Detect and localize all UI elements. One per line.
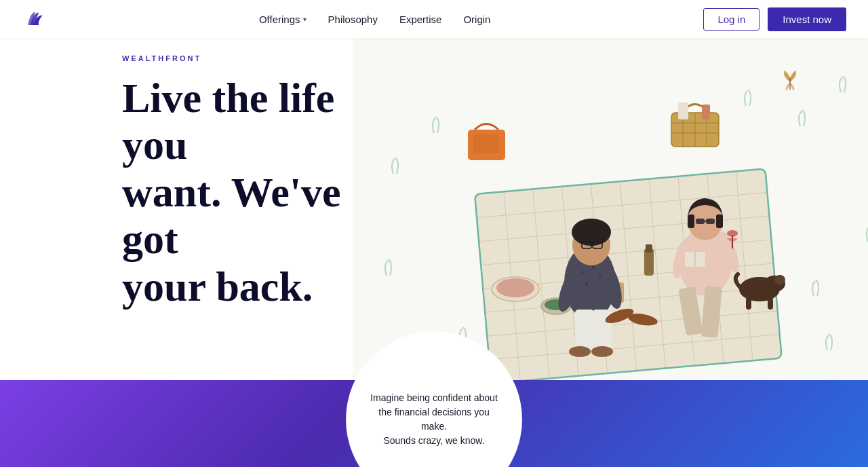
svg-rect-74 [473,134,499,153]
logo[interactable] [22,7,46,31]
hero-heading: Live the life you want. We've got your b… [122,75,407,310]
hero-content: WEALTHFRONT Live the life you want. We'v… [122,54,407,310]
svg-rect-63 [746,297,751,310]
navbar: Offerings ▾ Philosophy Expertise Origin … [0,0,868,38]
nav-actions: Log in Invest now [703,7,846,31]
nav-expertise[interactable]: Expertise [399,14,442,25]
svg-point-43 [569,346,591,357]
svg-point-62 [774,275,785,284]
svg-point-30 [582,271,585,274]
svg-rect-71 [678,102,688,119]
svg-rect-72 [702,105,710,119]
svg-point-32 [599,276,601,278]
card-text-1: Imagine being confident about the financ… [366,391,502,434]
svg-point-31 [592,266,595,269]
nav-origin[interactable]: Origin [463,14,490,25]
invest-button[interactable]: Invest now [768,7,846,31]
svg-point-51 [727,230,738,237]
logo-icon [22,7,46,31]
login-button[interactable]: Log in [703,8,760,31]
svg-point-44 [591,346,613,357]
svg-point-33 [585,282,588,285]
nav-links: Offerings ▾ Philosophy Expertise Origin [259,14,491,25]
svg-point-20 [496,278,534,297]
svg-rect-34 [575,310,594,350]
hero-section: WEALTHFRONT Live the life you want. We'v… [0,0,868,467]
nav-philosophy[interactable]: Philosophy [328,14,378,25]
card-text-2: Sounds crazy, we know. [383,434,484,448]
brand-label: WEALTHFRONT [122,54,407,62]
chevron-down-icon: ▾ [303,16,307,23]
svg-rect-55 [696,219,705,224]
svg-rect-56 [706,219,715,224]
svg-rect-54 [716,214,723,228]
svg-rect-24 [646,244,652,253]
svg-rect-53 [688,214,694,228]
nav-offerings[interactable]: Offerings ▾ [259,14,307,25]
svg-rect-64 [768,297,773,310]
svg-point-39 [572,219,611,246]
